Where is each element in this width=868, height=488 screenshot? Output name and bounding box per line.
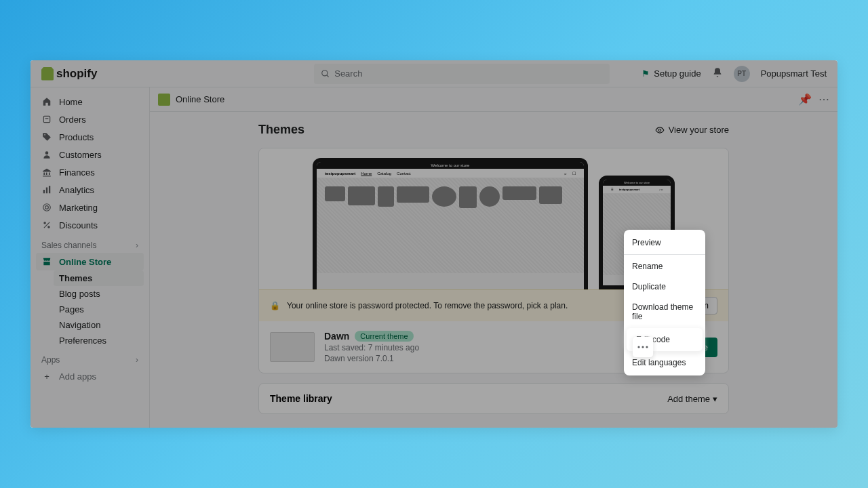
sidebar-sub-navigation[interactable]: Navigation xyxy=(54,317,144,333)
sidebar: Home Orders Products Customers Finances … xyxy=(31,87,150,428)
lock-icon: 🔒 xyxy=(270,301,280,310)
sidebar-item-label: Customers xyxy=(59,150,102,160)
content: Online Store 📌 ⋯ Themes View your store xyxy=(150,87,837,428)
desktop-preview: Welcome to our store testpopupsmart Home… xyxy=(313,158,588,289)
chevron-right-icon[interactable]: › xyxy=(136,355,138,365)
sidebar-sub-pages[interactable]: Pages xyxy=(54,302,144,317)
flag-icon: ⚑ xyxy=(642,68,650,79)
sidebar-item-label: Pages xyxy=(59,304,84,314)
section-label: Sales channels xyxy=(41,241,96,250)
svg-point-8 xyxy=(43,204,51,211)
current-theme-badge: Current theme xyxy=(355,331,413,342)
sidebar-item-online-store[interactable]: Online Store xyxy=(36,253,144,270)
svg-point-0 xyxy=(322,70,328,75)
menu-duplicate[interactable]: Duplicate xyxy=(624,277,705,297)
sidebar-section-apps: Apps › xyxy=(36,348,144,367)
sidebar-item-label: Marketing xyxy=(59,203,98,213)
library-title: Theme library xyxy=(270,393,332,404)
sidebar-item-label: Discounts xyxy=(59,220,98,230)
sidebar-section-sales: Sales channels › xyxy=(36,234,144,253)
eye-icon xyxy=(655,125,665,135)
sidebar-item-customers[interactable]: Customers xyxy=(36,146,144,163)
sidebar-add-apps[interactable]: +Add apps xyxy=(36,367,144,385)
chevron-right-icon[interactable]: › xyxy=(136,241,138,250)
avatar[interactable]: PT xyxy=(734,66,750,82)
sidebar-item-discounts[interactable]: Discounts xyxy=(36,216,144,234)
pin-icon[interactable]: 📌 xyxy=(798,93,812,106)
user-icon xyxy=(41,149,52,160)
svg-point-10 xyxy=(43,222,46,224)
svg-line-1 xyxy=(327,75,329,77)
prev-nav-item: Home xyxy=(361,171,372,176)
topbar: shopify Search ⚑ Setup guide PT Popupsma… xyxy=(31,60,837,87)
theme-thumbnail xyxy=(270,332,315,362)
svg-rect-7 xyxy=(49,186,50,193)
sidebar-item-label: Analytics xyxy=(59,185,94,195)
sidebar-item-products[interactable]: Products xyxy=(36,128,144,146)
sidebar-item-label: Themes xyxy=(59,273,92,283)
theme-version: Dawn version 7.0.1 xyxy=(324,354,623,363)
preview-announce-mobile: Welcome to our store xyxy=(603,180,671,186)
dots-icon xyxy=(637,346,648,348)
sidebar-item-label: Blog posts xyxy=(59,289,100,299)
sidebar-item-finances[interactable]: Finances xyxy=(36,163,144,181)
target-icon xyxy=(41,202,52,213)
bell-icon[interactable] xyxy=(712,67,723,81)
svg-point-14 xyxy=(637,346,639,348)
preview-announce: Welcome to our store xyxy=(317,162,584,169)
sidebar-item-label: Orders xyxy=(59,115,86,125)
percent-icon xyxy=(41,220,52,230)
orders-icon xyxy=(41,114,52,125)
store-icon xyxy=(158,94,170,106)
svg-point-16 xyxy=(646,346,648,348)
svg-point-9 xyxy=(45,206,49,209)
more-icon[interactable]: ⋯ xyxy=(818,93,829,106)
sidebar-item-label: Products xyxy=(59,132,94,142)
sidebar-item-marketing[interactable]: Marketing xyxy=(36,199,144,216)
menu-preview[interactable]: Preview xyxy=(624,232,705,253)
menu-download[interactable]: Download theme file xyxy=(624,297,705,327)
svg-point-11 xyxy=(47,226,50,228)
tag-icon xyxy=(41,131,52,142)
theme-actions-button[interactable] xyxy=(633,337,653,357)
sidebar-item-orders[interactable]: Orders xyxy=(36,110,144,128)
sidebar-sub-themes[interactable]: Themes xyxy=(54,270,144,286)
setup-guide-link[interactable]: ⚑ Setup guide xyxy=(642,68,701,79)
search-icon xyxy=(321,69,330,79)
add-theme-label: Add theme xyxy=(667,394,710,404)
sidebar-item-home[interactable]: Home xyxy=(36,93,144,110)
sidebar-item-label: Finances xyxy=(59,167,95,178)
theme-name: Dawn xyxy=(324,331,349,342)
content-header: Online Store 📌 ⋯ xyxy=(150,87,837,112)
store-icon xyxy=(41,256,52,267)
view-store-link[interactable]: View your store xyxy=(655,125,729,135)
bank-icon xyxy=(41,167,52,178)
section-label: Apps xyxy=(41,355,60,365)
sidebar-sub-preferences[interactable]: Preferences xyxy=(54,333,144,348)
chevron-down-icon: ▾ xyxy=(713,394,717,404)
prev-cart-icon: ☐ xyxy=(572,171,576,176)
breadcrumb: Online Store xyxy=(176,94,224,104)
svg-rect-6 xyxy=(46,188,47,194)
sidebar-item-label: Navigation xyxy=(59,320,100,330)
page-title: Themes xyxy=(258,123,304,137)
menu-rename[interactable]: Rename xyxy=(624,256,705,277)
svg-rect-5 xyxy=(43,190,45,193)
search-placeholder: Search xyxy=(334,68,362,79)
prev-sitename: testpopupsmart xyxy=(325,171,355,176)
brand-text: shopify xyxy=(56,67,97,81)
shopify-bag-icon xyxy=(41,67,54,81)
store-name[interactable]: Popupsmart Test xyxy=(761,68,827,79)
sidebar-item-label: Online Store xyxy=(59,257,111,267)
view-store-label: View your store xyxy=(669,125,729,135)
prev-nav-item: Catalog xyxy=(377,171,391,176)
svg-point-4 xyxy=(45,151,49,155)
search-input[interactable]: Search xyxy=(314,64,610,84)
setup-guide-label: Setup guide xyxy=(654,68,701,79)
sidebar-sub-blog[interactable]: Blog posts xyxy=(54,286,144,302)
sidebar-item-analytics[interactable]: Analytics xyxy=(36,181,144,199)
add-theme-button[interactable]: Add theme ▾ xyxy=(667,394,717,404)
shopify-logo[interactable]: shopify xyxy=(41,67,97,81)
plus-icon: + xyxy=(41,371,52,382)
sidebar-item-label: Add apps xyxy=(59,371,96,382)
